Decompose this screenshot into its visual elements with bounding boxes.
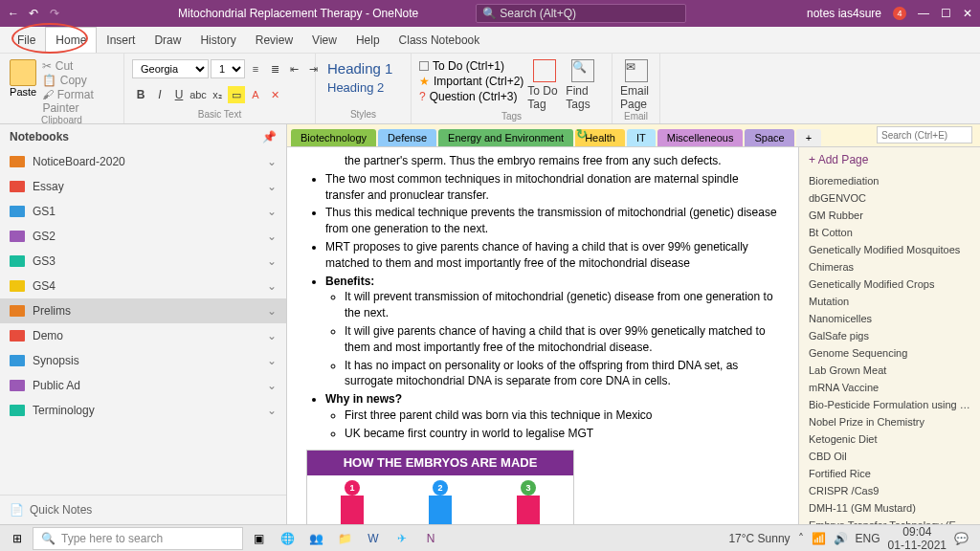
page-item[interactable]: dbGENVOC bbox=[799, 189, 980, 207]
cut-button[interactable]: ✂ Cut bbox=[42, 59, 116, 73]
notebook-item[interactable]: GS1⌄ bbox=[0, 199, 286, 224]
format-painter-button[interactable]: 🖌 Format Painter bbox=[42, 88, 116, 115]
notebook-item[interactable]: Demo⌄ bbox=[0, 323, 286, 348]
page-item[interactable]: GM Rubber bbox=[799, 207, 980, 224]
start-button[interactable]: ⊞ bbox=[4, 527, 31, 550]
section-tab[interactable]: Energy and Environment bbox=[438, 129, 573, 146]
ribbon-tab-insert[interactable]: Insert bbox=[97, 28, 145, 53]
notebook-item[interactable]: Terminology⌄ bbox=[0, 398, 286, 423]
outdent-icon[interactable]: ⇤ bbox=[285, 60, 302, 77]
clear-format-button[interactable]: ✕ bbox=[266, 86, 283, 103]
page-item[interactable]: Nanomicelles bbox=[799, 310, 980, 327]
section-tab[interactable]: Defense bbox=[378, 129, 436, 146]
underline-button[interactable]: U bbox=[170, 86, 188, 103]
page-item[interactable]: Ketogenic Diet bbox=[799, 430, 980, 448]
back-icon[interactable]: ← bbox=[8, 7, 21, 20]
explorer-icon[interactable]: 📁 bbox=[331, 527, 358, 550]
windows-search-input[interactable]: 🔍Type here to search bbox=[33, 527, 243, 550]
bold-button[interactable]: B bbox=[132, 86, 149, 103]
find-tags-button[interactable]: 🔍Find Tags bbox=[566, 59, 600, 111]
ribbon-tab-home[interactable]: Home bbox=[45, 27, 97, 53]
strike-button[interactable]: abc bbox=[189, 86, 207, 103]
ribbon-tab-history[interactable]: History bbox=[190, 28, 245, 53]
page-item[interactable]: Lab Grown Meat bbox=[799, 362, 980, 379]
important-tag[interactable]: ★Important (Ctrl+2) bbox=[419, 75, 523, 88]
onenote-icon[interactable]: N bbox=[417, 527, 444, 550]
word-icon[interactable]: W bbox=[360, 527, 387, 550]
teams-icon[interactable]: 👥 bbox=[302, 527, 329, 550]
page-item[interactable]: Genome Sequencing bbox=[799, 344, 980, 362]
maximize-icon[interactable]: ☐ bbox=[941, 7, 951, 20]
quick-notes-button[interactable]: 📄 Quick Notes bbox=[0, 495, 286, 524]
clock-time[interactable]: 09:04 bbox=[888, 525, 947, 539]
section-tab[interactable]: IT bbox=[627, 129, 656, 146]
notebook-item[interactable]: GS2⌄ bbox=[0, 224, 286, 249]
numbering-icon[interactable]: ≣ bbox=[266, 60, 283, 77]
notebook-item[interactable]: Synopsis⌄ bbox=[0, 348, 286, 373]
heading1-style[interactable]: Heading 1 bbox=[323, 59, 403, 77]
copy-button[interactable]: 📋 Copy bbox=[42, 74, 116, 87]
page-item[interactable]: mRNA Vaccine bbox=[799, 379, 980, 396]
section-tab[interactable]: Miscelleneous bbox=[657, 129, 744, 146]
undo-icon[interactable]: ↶ bbox=[29, 7, 42, 20]
notebook-item[interactable]: Essay⌄ bbox=[0, 174, 286, 199]
page-item[interactable]: Fortified Rice bbox=[799, 465, 980, 482]
ribbon-tab-review[interactable]: Review bbox=[246, 28, 302, 53]
subscript-button[interactable]: x₂ bbox=[209, 86, 226, 103]
notebook-item[interactable]: GS4⌄ bbox=[0, 274, 286, 298]
font-name-select[interactable]: Georgia bbox=[132, 59, 209, 78]
ribbon-tab-file[interactable]: File bbox=[8, 28, 45, 53]
font-size-select[interactable]: 12 bbox=[211, 59, 245, 78]
page-item[interactable]: Nobel Prize in Chemistry bbox=[799, 413, 980, 430]
page-item[interactable]: Embryo Transfer Technology (ETT) bbox=[799, 517, 980, 524]
search-input[interactable]: 🔍 Search (Alt+Q) bbox=[476, 4, 686, 23]
chrome-icon[interactable]: 🌐 bbox=[274, 527, 301, 550]
clock-date[interactable]: 01-11-2021 bbox=[888, 539, 947, 552]
question-tag[interactable]: ?Question (Ctrl+3) bbox=[419, 90, 523, 103]
tray-chevron-icon[interactable]: ˄ bbox=[798, 532, 804, 545]
ribbon-tab-draw[interactable]: Draw bbox=[145, 28, 190, 53]
todo-tag-button[interactable]: To Do Tag bbox=[527, 59, 562, 111]
notebook-item[interactable]: NoticeBoard-2020⌄ bbox=[0, 149, 286, 174]
weather-widget[interactable]: 17°C Sunny bbox=[728, 532, 790, 545]
page-item[interactable]: GalSafe pigs bbox=[799, 327, 980, 344]
todo-tag[interactable]: To Do (Ctrl+1) bbox=[419, 59, 523, 73]
page-item[interactable]: Genetically Modified Mosquitoes bbox=[799, 241, 980, 258]
notification-badge[interactable]: 4 bbox=[893, 7, 906, 20]
redo-icon[interactable]: ↷ bbox=[50, 7, 63, 20]
page-item[interactable]: CRISPR /Cas9 bbox=[799, 482, 980, 499]
page-item[interactable]: Chimeras bbox=[799, 258, 980, 276]
ribbon-tab-help[interactable]: Help bbox=[346, 28, 390, 53]
notifications-icon[interactable]: 💬 bbox=[954, 532, 969, 545]
note-content[interactable]: the partner's sperm. Thus the embryo rem… bbox=[287, 147, 798, 524]
ribbon-tab-view[interactable]: View bbox=[302, 28, 346, 53]
wifi-icon[interactable]: 📶 bbox=[812, 532, 826, 545]
page-item[interactable]: CBD Oil bbox=[799, 448, 980, 465]
section-tab[interactable]: Space bbox=[745, 129, 793, 146]
ribbon-tab-class notebook[interactable]: Class Notebook bbox=[390, 28, 490, 53]
telegram-icon[interactable]: ✈ bbox=[389, 527, 415, 550]
notebook-item[interactable]: Public Ad⌄ bbox=[0, 373, 286, 398]
task-view-icon[interactable]: ▣ bbox=[245, 527, 272, 550]
notebook-item[interactable]: Prelims⌄ bbox=[0, 298, 286, 323]
account-label[interactable]: notes ias4sure bbox=[807, 7, 881, 20]
page-item[interactable]: Bt Cotton bbox=[799, 224, 980, 241]
page-item[interactable]: Mutation bbox=[799, 293, 980, 310]
volume-icon[interactable]: 🔊 bbox=[834, 532, 848, 545]
page-item[interactable]: Bioremediation bbox=[799, 172, 980, 189]
minimize-icon[interactable]: — bbox=[918, 7, 929, 20]
add-section-button[interactable]: + bbox=[796, 129, 821, 146]
email-page-button[interactable]: ✉Email Page bbox=[620, 59, 652, 111]
italic-button[interactable]: I bbox=[151, 86, 168, 103]
add-page-button[interactable]: + Add Page bbox=[799, 147, 980, 172]
paste-button[interactable]: Paste bbox=[8, 59, 38, 98]
language-indicator[interactable]: ENG bbox=[856, 532, 880, 545]
page-item[interactable]: Genetically Modified Crops bbox=[799, 276, 980, 293]
font-color-button[interactable]: A bbox=[247, 86, 264, 103]
close-icon[interactable]: ✕ bbox=[963, 7, 972, 20]
page-search-input[interactable] bbox=[877, 126, 972, 143]
heading2-style[interactable]: Heading 2 bbox=[323, 79, 403, 96]
notebook-item[interactable]: GS3⌄ bbox=[0, 249, 286, 274]
highlight-button[interactable]: ▭ bbox=[228, 86, 245, 103]
bullets-icon[interactable]: ≡ bbox=[247, 60, 264, 77]
